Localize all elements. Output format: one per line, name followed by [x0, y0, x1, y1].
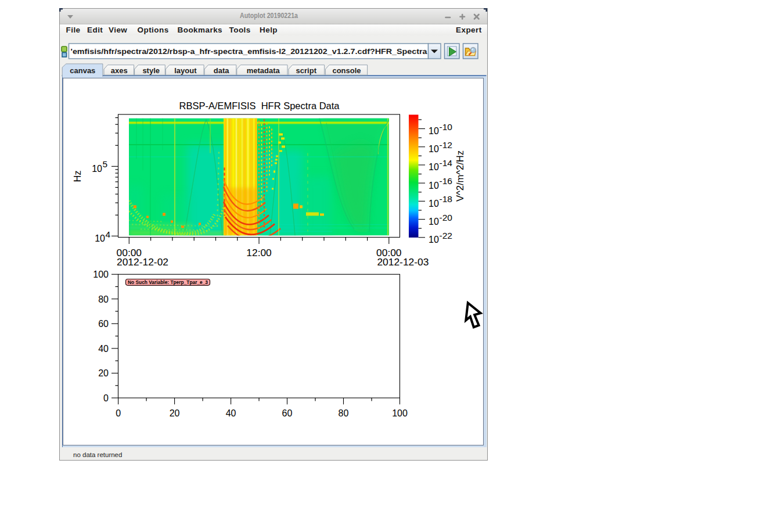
svg-text:'emfisis/hfr/spectra/2012/rbsp: 'emfisis/hfr/spectra/2012/rbsp-a_hfr-spe… — [71, 47, 428, 56]
svg-text:80: 80 — [98, 294, 109, 304]
svg-text:2012-12-03: 2012-12-03 — [377, 257, 429, 268]
svg-text:10: 10 — [429, 199, 439, 209]
svg-text:100: 100 — [392, 408, 408, 418]
svg-text:-20: -20 — [440, 213, 453, 222]
svg-text:axes: axes — [111, 66, 128, 75]
svg-text:V^2/m^2/Hz: V^2/m^2/Hz — [455, 150, 465, 202]
svg-text:60: 60 — [282, 408, 293, 418]
svg-text:-22: -22 — [440, 231, 452, 240]
svg-text:layout: layout — [174, 66, 197, 75]
svg-text:Autoplot 20190221a: Autoplot 20190221a — [240, 12, 298, 20]
svg-text:10: 10 — [92, 164, 102, 174]
svg-text:-12: -12 — [440, 140, 452, 150]
svg-text:10: 10 — [95, 233, 105, 243]
svg-text:80: 80 — [339, 408, 349, 418]
svg-text:4: 4 — [106, 229, 111, 239]
svg-text:2012-12-02: 2012-12-02 — [117, 257, 168, 268]
svg-text:RBSP-A/EMFISIS HFR Spectra Da: RBSP-A/EMFISIS HFR Spectra Data — [179, 100, 340, 112]
svg-text:Hz: Hz — [72, 170, 82, 182]
svg-text:40: 40 — [98, 344, 109, 354]
svg-text:-18: -18 — [440, 194, 452, 204]
svg-text:20: 20 — [170, 408, 180, 418]
svg-text:data: data — [214, 66, 230, 75]
svg-text:-10: -10 — [440, 122, 453, 132]
svg-text:script: script — [296, 66, 317, 75]
svg-text:0: 0 — [116, 408, 121, 418]
svg-text:style: style — [142, 66, 160, 75]
svg-text:0: 0 — [103, 393, 109, 403]
svg-text:10: 10 — [429, 126, 439, 136]
svg-text:-16: -16 — [440, 176, 452, 186]
svg-text:10: 10 — [429, 162, 439, 172]
svg-text:40: 40 — [226, 408, 236, 418]
svg-text:10: 10 — [429, 181, 439, 190]
svg-text:-14: -14 — [440, 158, 453, 168]
svg-text:60: 60 — [98, 319, 109, 329]
svg-text:metadata: metadata — [247, 66, 280, 75]
svg-text:10: 10 — [429, 217, 439, 227]
svg-text:canvas: canvas — [70, 66, 95, 75]
svg-text:20: 20 — [98, 368, 109, 378]
svg-text:5: 5 — [103, 159, 108, 169]
svg-text:No Such Variable: Tperp_Tpar_e: No Such Variable: Tperp_Tpar_e_3 — [128, 279, 208, 285]
svg-text:100: 100 — [93, 269, 109, 279]
svg-text:10: 10 — [429, 235, 439, 245]
svg-text:12:00: 12:00 — [246, 247, 272, 258]
svg-text:console: console — [332, 66, 361, 75]
svg-text:10: 10 — [429, 144, 439, 154]
